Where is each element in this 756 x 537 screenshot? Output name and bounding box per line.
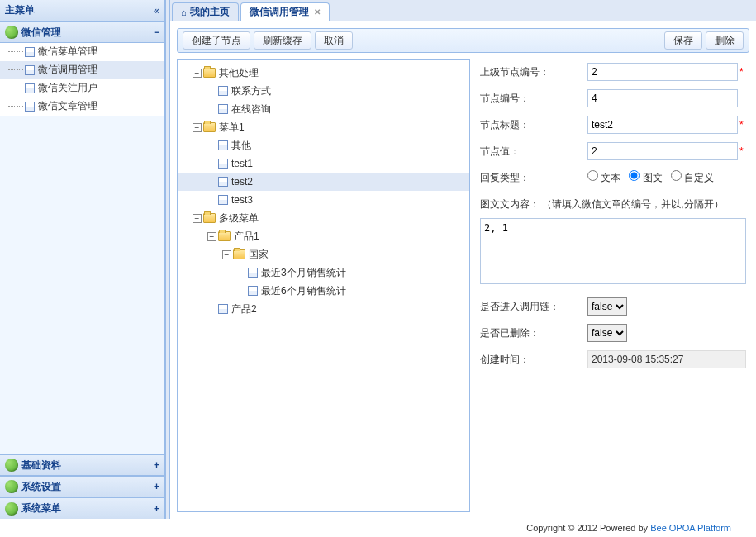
label-parent-code: 上级节点编号： xyxy=(480,65,587,79)
module-icon xyxy=(5,502,18,516)
required-mark: * xyxy=(739,119,746,131)
value-created: 2013-09-08 15:35:27 xyxy=(587,350,746,368)
sidebar-item[interactable]: 微信调用管理 xyxy=(0,61,164,79)
footer-link[interactable]: Bee OPOA Platform xyxy=(650,523,731,533)
cancel-button[interactable]: 取消 xyxy=(315,31,353,50)
panel-expand-icon[interactable]: + xyxy=(154,459,159,471)
tree-leaf[interactable]: 其他 xyxy=(178,136,469,154)
panel-collapse-icon[interactable]: − xyxy=(154,26,159,38)
save-button[interactable]: 保存 xyxy=(664,31,702,50)
tree-toggle-icon[interactable]: − xyxy=(193,123,202,132)
tree-toggle-icon[interactable]: − xyxy=(193,214,202,223)
page-icon xyxy=(218,304,228,314)
page-icon xyxy=(248,268,258,278)
tree-folder[interactable]: −产品1 xyxy=(178,227,469,245)
tree-leaf[interactable]: 在线咨询 xyxy=(178,100,469,118)
label-reply-type: 回复类型： xyxy=(480,171,587,185)
form-panel: 上级节点编号： * 节点编号： 节点标题： * xyxy=(477,59,749,512)
page-icon xyxy=(218,195,228,205)
required-mark: * xyxy=(739,66,746,78)
toolbar: 创建子节点 刷新缓存 取消 保存 删除 xyxy=(177,28,749,53)
panel-base[interactable]: 基础资料 + xyxy=(0,454,164,476)
label-node-code: 节点编号： xyxy=(480,92,587,106)
panel-system-menu[interactable]: 系统菜单 + xyxy=(0,497,164,519)
tab[interactable]: ⌂我的主页 xyxy=(172,2,239,21)
footer: Copyright © 2012 Powered by Bee OPOA Pla… xyxy=(0,519,756,537)
home-icon: ⌂ xyxy=(181,7,187,17)
tree-panel: −其他处理联系方式在线咨询−菜单1其他test1test2test3−多级菜单−… xyxy=(177,59,470,512)
panel-weixin[interactable]: 微信管理 − xyxy=(0,21,164,43)
radio-reply-type: 文本 图文 自定义 xyxy=(587,170,722,185)
input-parent-code[interactable] xyxy=(587,63,738,81)
label-created: 创建时间： xyxy=(480,353,587,367)
label-content: 图文文内容： （请填入微信文章的编号，并以,分隔开） xyxy=(480,197,724,211)
panel-weixin-body: 微信菜单管理微信调用管理微信关注用户微信文章管理 xyxy=(0,43,164,116)
panel-expand-icon[interactable]: + xyxy=(154,481,159,492)
required-mark: * xyxy=(739,145,746,157)
tree-toggle-icon[interactable]: − xyxy=(193,69,202,78)
label-enter-chain: 是否进入调用链： xyxy=(480,300,587,314)
textarea-content[interactable] xyxy=(480,218,746,284)
page-icon xyxy=(218,86,228,96)
radio-option[interactable]: 自定义 xyxy=(671,172,714,183)
module-icon xyxy=(5,480,18,493)
tree-leaf[interactable]: 最近3个月销售统计 xyxy=(178,264,469,282)
folder-icon xyxy=(203,68,216,78)
select-enter-chain[interactable]: falsetrue xyxy=(587,297,627,316)
input-node-code[interactable] xyxy=(587,89,738,107)
tree-toggle-icon[interactable]: − xyxy=(222,250,231,259)
folder-icon xyxy=(203,213,216,223)
content: ⌂我的主页微信调用管理✕ 创建子节点 刷新缓存 取消 保存 删除 −其他处理联系… xyxy=(170,0,756,519)
label-node-value: 节点值： xyxy=(480,145,587,159)
tree-folder[interactable]: −菜单1 xyxy=(178,118,469,136)
tabs-strip: ⌂我的主页微信调用管理✕ xyxy=(170,0,756,21)
input-node-value[interactable] xyxy=(587,142,738,160)
tree-leaf[interactable]: test1 xyxy=(178,154,469,173)
create-child-button[interactable]: 创建子节点 xyxy=(183,31,250,50)
radio-option[interactable]: 文本 xyxy=(587,172,620,183)
tree-folder[interactable]: −多级菜单 xyxy=(178,209,469,227)
page-icon xyxy=(25,65,35,75)
folder-icon xyxy=(218,231,231,241)
module-icon xyxy=(5,26,18,39)
tree-leaf[interactable]: 联系方式 xyxy=(178,82,469,100)
page-icon xyxy=(218,140,228,150)
module-icon xyxy=(5,459,18,472)
refresh-cache-button[interactable]: 刷新缓存 xyxy=(254,31,311,50)
page-icon xyxy=(25,102,35,112)
page-icon xyxy=(25,83,35,93)
close-icon[interactable]: ✕ xyxy=(314,7,321,17)
page-icon xyxy=(218,177,228,187)
page-icon xyxy=(218,104,228,114)
tree-leaf[interactable]: test3 xyxy=(178,191,469,209)
tree-toggle-icon[interactable]: − xyxy=(207,232,216,241)
sidebar-item[interactable]: 微信文章管理 xyxy=(0,97,164,116)
tree-folder[interactable]: −其他处理 xyxy=(178,64,469,82)
label-deleted: 是否已删除： xyxy=(480,326,587,340)
page-icon xyxy=(218,159,228,169)
sidebar: 主菜单 « 微信管理 − 微信菜单管理微信调用管理微信关注用户微信文章管理 基础… xyxy=(0,0,165,519)
delete-button[interactable]: 删除 xyxy=(706,31,744,50)
label-node-title: 节点标题： xyxy=(480,118,587,132)
folder-icon xyxy=(203,122,216,132)
sidebar-item[interactable]: 微信菜单管理 xyxy=(0,43,164,61)
panel-system-settings[interactable]: 系统设置 + xyxy=(0,476,164,497)
sidebar-title: 主菜单 xyxy=(5,3,35,17)
page-icon xyxy=(248,286,258,296)
page-icon xyxy=(25,47,35,57)
input-node-title[interactable] xyxy=(587,116,738,134)
sidebar-header: 主菜单 « xyxy=(0,0,164,21)
tree-folder[interactable]: −国家 xyxy=(178,245,469,264)
select-deleted[interactable]: falsetrue xyxy=(587,324,627,342)
radio-option[interactable]: 图文 xyxy=(629,172,662,183)
folder-icon xyxy=(233,249,245,259)
sidebar-item[interactable]: 微信关注用户 xyxy=(0,79,164,97)
tab[interactable]: 微信调用管理✕ xyxy=(240,2,330,21)
tree-leaf[interactable]: 产品2 xyxy=(178,300,469,318)
tree-leaf[interactable]: test2 xyxy=(178,173,469,191)
panel-expand-icon[interactable]: + xyxy=(154,503,159,515)
collapse-sidebar-button[interactable]: « xyxy=(154,5,159,17)
tree-leaf[interactable]: 最近6个月销售统计 xyxy=(178,282,469,300)
